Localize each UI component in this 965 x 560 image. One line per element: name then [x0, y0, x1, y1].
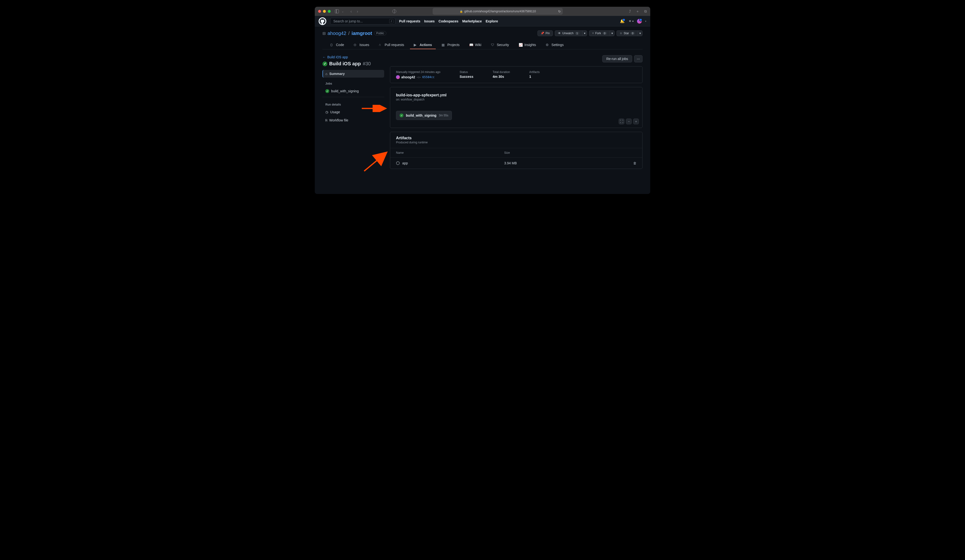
- job-build-with-signing[interactable]: ✓ build_with_signing 3m 55s: [396, 111, 452, 120]
- tab-issues[interactable]: ⊙Issues: [350, 41, 373, 49]
- nav-pull-requests[interactable]: Pull requests: [399, 19, 420, 23]
- nav-codespaces[interactable]: Codespaces: [438, 19, 458, 23]
- sidebar-jobs-header: Jobs: [322, 78, 384, 87]
- tabs-overview-icon[interactable]: ⧉: [644, 9, 647, 14]
- run-summary-card: Manually triggered 24 minutes ago ahoog4…: [390, 66, 643, 83]
- chevron-down-icon[interactable]: ⌄: [342, 10, 343, 13]
- run-duration: 4m 30s: [492, 75, 510, 78]
- repo-name-link[interactable]: iamgroot: [352, 31, 372, 36]
- commit-link[interactable]: 65584cc: [422, 75, 435, 79]
- success-check-icon: ✓: [399, 114, 404, 118]
- repo-owner-link[interactable]: ahoog42: [327, 31, 346, 36]
- notifications-icon[interactable]: 🔔: [620, 19, 625, 23]
- new-tab-icon[interactable]: ＋: [636, 9, 640, 14]
- sidebar-job-build-with-signing[interactable]: ✓build_with_signing: [322, 87, 384, 95]
- search-input[interactable]: Search or jump to... /: [330, 18, 395, 24]
- github-header: Search or jump to... / Pull requests Iss…: [315, 16, 650, 26]
- nav-marketplace[interactable]: Marketplace: [462, 19, 482, 23]
- workflow-graph-card: build-ios-app-spfexpert.yml on: workflow…: [390, 87, 643, 128]
- artifacts-col-size: Size: [504, 151, 636, 155]
- back-to-workflow[interactable]: ← Build iOS app: [322, 55, 384, 59]
- user-avatar[interactable]: [637, 19, 642, 24]
- run-status: Success: [460, 75, 473, 78]
- star-dropdown[interactable]: ▾: [638, 30, 643, 36]
- nav-forward-icon[interactable]: ›: [357, 9, 358, 14]
- reload-icon[interactable]: ↻: [558, 10, 561, 13]
- slash-shortcut-icon: /: [389, 19, 394, 23]
- sidebar-toggle-icon[interactable]: [335, 10, 339, 13]
- create-new-icon[interactable]: ＋▾: [628, 18, 634, 24]
- tab-actions[interactable]: ▶Actions: [410, 41, 436, 49]
- github-logo-icon[interactable]: [319, 17, 326, 25]
- repo-icon: ⊟: [322, 31, 325, 36]
- traffic-lights[interactable]: [318, 10, 330, 13]
- workflow-trigger: on: workflow_dispatch: [396, 98, 636, 101]
- artifacts-count: 1: [529, 75, 540, 78]
- privacy-shield-icon[interactable]: [393, 10, 396, 13]
- trigger-user-link[interactable]: ahoog42: [401, 75, 415, 79]
- close-window[interactable]: [318, 10, 321, 13]
- sidebar-usage[interactable]: ◷Usage: [322, 108, 384, 116]
- tab-pull-requests[interactable]: ⑃Pull requests: [375, 41, 408, 49]
- nav-back-icon[interactable]: ‹: [350, 9, 352, 14]
- success-check-icon: ✓: [322, 62, 327, 66]
- artifacts-card: Artifacts Produced during runtime Name S…: [390, 132, 643, 169]
- lock-icon: 🔒: [460, 10, 463, 13]
- fork-button[interactable]: ⑂Fork0: [589, 30, 610, 36]
- share-icon[interactable]: ⤴: [629, 9, 631, 14]
- watch-dropdown[interactable]: ▾: [582, 30, 587, 36]
- rerun-all-jobs-button[interactable]: Re-run all jobs: [602, 55, 632, 62]
- tab-security[interactable]: 🛡Security: [487, 41, 513, 49]
- star-button[interactable]: ☆Star0: [617, 30, 638, 36]
- success-check-icon: ✓: [325, 89, 329, 93]
- artifact-name[interactable]: app: [402, 161, 408, 165]
- sidebar-run-details-header: Run details: [322, 99, 384, 108]
- tab-projects[interactable]: ▦Projects: [438, 41, 463, 49]
- run-title: ✓ Build iOS app #30: [322, 61, 384, 67]
- trigger-label: Manually triggered 24 minutes ago: [396, 70, 440, 74]
- artifact-row[interactable]: ⬡app 3.94 MB 🗑: [390, 157, 642, 169]
- artifacts-col-name: Name: [396, 151, 504, 155]
- artifact-size: 3.94 MB: [504, 161, 633, 165]
- chevron-down-icon[interactable]: ▾: [645, 20, 646, 23]
- user-avatar-icon: [396, 75, 400, 79]
- artifacts-subtitle: Produced during runtime: [390, 140, 642, 148]
- zoom-out-button[interactable]: −: [626, 119, 632, 124]
- fit-to-screen-button[interactable]: ⛶: [619, 119, 625, 124]
- global-nav: Pull requests Issues Codespaces Marketpl…: [399, 19, 498, 23]
- repo-breadcrumb: ⊟ ahoog42 / iamgroot Public 📌Pin 👁Unwatc…: [322, 30, 643, 36]
- sidebar-workflow-file[interactable]: ⎘Workflow file: [322, 116, 384, 124]
- url-text: github.com/ahoog42/iamgroot/actions/runs…: [465, 10, 536, 13]
- search-placeholder: Search or jump to...: [333, 19, 363, 23]
- visibility-badge: Public: [374, 31, 386, 36]
- delete-artifact-icon[interactable]: 🗑: [633, 161, 636, 165]
- minimize-window[interactable]: [323, 10, 326, 13]
- tab-insights[interactable]: 📈Insights: [515, 41, 540, 49]
- maximize-window[interactable]: [328, 10, 330, 13]
- browser-titlebar: ⌄ ‹ › 🔒 github.com/ahoog42/iamgroot/acti…: [315, 7, 650, 16]
- tab-settings[interactable]: ⚙Settings: [542, 41, 568, 49]
- artifacts-title: Artifacts: [390, 136, 642, 140]
- fork-dropdown[interactable]: ▾: [610, 30, 615, 36]
- tab-wiki[interactable]: 📖Wiki: [465, 41, 485, 49]
- run-more-actions[interactable]: ⋯: [634, 55, 643, 62]
- pin-button[interactable]: 📌Pin: [537, 30, 553, 36]
- sidebar-summary[interactable]: ⌂Summary: [322, 70, 384, 78]
- nav-issues[interactable]: Issues: [424, 19, 435, 23]
- commit-icon: -○-: [417, 75, 421, 79]
- repo-tabs: ⟨⟩Code ⊙Issues ⑃Pull requests ▶Actions ▦…: [322, 41, 643, 49]
- workflow-file-name: build-ios-app-spfexpert.yml: [396, 93, 636, 97]
- unwatch-button[interactable]: 👁Unwatch1: [555, 30, 582, 36]
- zoom-in-button[interactable]: +: [633, 119, 639, 124]
- nav-explore[interactable]: Explore: [486, 19, 498, 23]
- url-bar[interactable]: 🔒 github.com/ahoog42/iamgroot/actions/ru…: [433, 8, 563, 15]
- tab-code[interactable]: ⟨⟩Code: [326, 41, 348, 49]
- package-icon: ⬡: [396, 160, 400, 166]
